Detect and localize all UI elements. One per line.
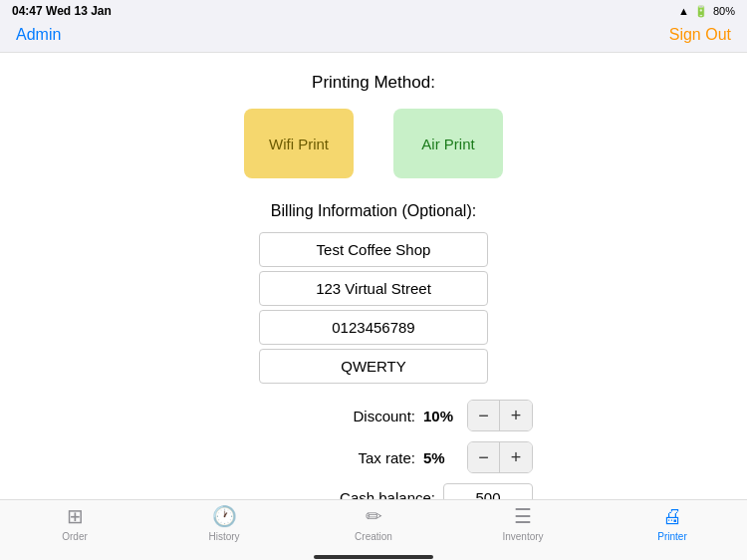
tax-decrease-button[interactable]: − [468, 442, 500, 472]
billing-fields [259, 232, 488, 384]
address-input[interactable] [259, 271, 488, 306]
status-time: 04:47 Wed 13 Jan [12, 4, 112, 18]
inventory-icon: ☰ [514, 504, 532, 528]
tab-printer-label: Printer [657, 531, 686, 542]
status-bar: 04:47 Wed 13 Jan ▲ 🔋 80% [0, 0, 747, 22]
tab-inventory-label: Inventory [502, 531, 543, 542]
discount-row: Discount: 10% − + [214, 400, 533, 431]
tax-stepper: − + [467, 441, 533, 473]
discount-value: 10% [423, 408, 459, 424]
battery-icon: 🔋 [694, 5, 708, 18]
air-print-button[interactable]: Air Print [393, 109, 503, 178]
billing-section-title: Billing Information (Optional): [271, 202, 476, 220]
tab-bar: ⊞ Order 🕐 History ✏ Creation ☰ Inventory… [0, 499, 747, 554]
nav-bar: Admin Sign Out [0, 22, 747, 53]
printing-section-title: Printing Method: [312, 73, 435, 93]
shop-name-input[interactable] [259, 232, 488, 267]
cash-balance-input[interactable] [443, 483, 533, 499]
admin-link[interactable]: Admin [16, 26, 61, 44]
cash-balance-row: Cash balance: [214, 483, 533, 499]
main-content: Printing Method: Wifi Print Air Print Bi… [0, 53, 747, 499]
phone-input[interactable] [259, 310, 488, 345]
discount-stepper: − + [467, 400, 533, 431]
order-icon: ⊞ [67, 504, 84, 528]
battery-percent: 80% [713, 5, 735, 17]
creation-icon: ✏ [366, 504, 382, 528]
home-indicator [0, 554, 747, 560]
cash-balance-label: Cash balance: [214, 489, 435, 499]
tab-history[interactable]: 🕐 History [149, 504, 299, 542]
tax-increase-button[interactable]: + [500, 442, 532, 472]
tab-creation[interactable]: ✏ Creation [299, 504, 448, 542]
settings-rows: Discount: 10% − + Tax rate: 5% − + Cash … [214, 400, 533, 499]
tax-label: Tax rate: [214, 449, 415, 466]
tab-inventory[interactable]: ☰ Inventory [448, 504, 598, 542]
wifi-print-button[interactable]: Wifi Print [244, 109, 354, 178]
status-icons: ▲ 🔋 80% [678, 5, 735, 18]
tab-creation-label: Creation [355, 531, 392, 542]
home-bar [314, 555, 433, 559]
discount-label: Discount: [214, 408, 415, 424]
tax-row: Tax rate: 5% − + [214, 441, 533, 473]
tax-value: 5% [423, 449, 459, 466]
discount-increase-button[interactable]: + [500, 401, 532, 430]
history-icon: 🕐 [212, 504, 237, 528]
print-buttons-group: Wifi Print Air Print [244, 109, 503, 178]
tab-order[interactable]: ⊞ Order [0, 504, 149, 542]
tab-printer[interactable]: 🖨 Printer [598, 505, 747, 542]
code-input[interactable] [259, 349, 488, 384]
wifi-icon: ▲ [678, 5, 689, 17]
printer-icon: 🖨 [662, 505, 682, 528]
signout-button[interactable]: Sign Out [669, 26, 731, 44]
tab-order-label: Order [62, 531, 88, 542]
discount-decrease-button[interactable]: − [468, 401, 500, 430]
tab-history-label: History [208, 531, 239, 542]
